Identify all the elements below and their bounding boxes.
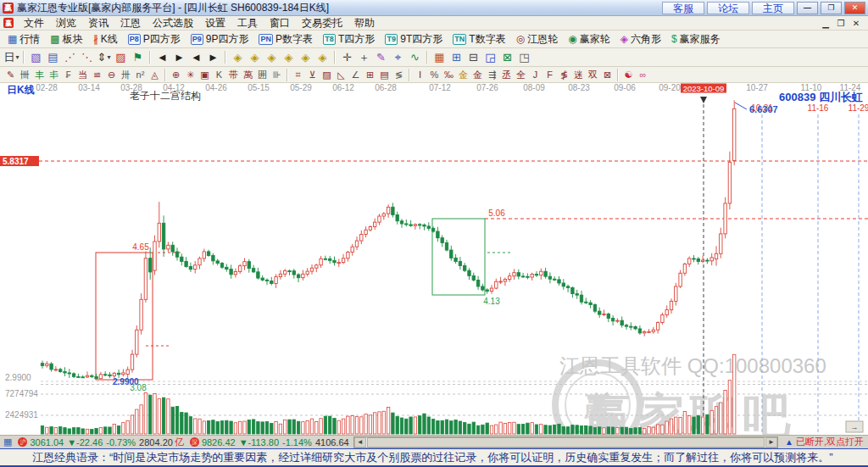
triangle-tool-icon[interactable]: ◬	[147, 68, 162, 81]
toolbar-button-行情[interactable]: ▦行情	[3, 31, 44, 47]
kline-style-icon[interactable]: ▨	[113, 50, 129, 65]
toolbar-button-9P四方形[interactable]: P99P四方形	[186, 31, 253, 47]
arrows-tool-icon[interactable]: ⇶	[485, 68, 499, 81]
pencil-tool-icon[interactable]: ✎	[3, 68, 18, 81]
gann-diamond-icon[interactable]: ◈	[264, 50, 280, 65]
kline-chart[interactable]: 赢江恩工具软件 QQ:100800360赢家聊吧02-2803-1403-280…	[0, 83, 868, 435]
angle-tool-icon[interactable]: ∠	[348, 68, 363, 81]
compare-tool-icon[interactable]: ≶	[392, 68, 406, 81]
menu-item-浏览[interactable]: 浏览	[50, 15, 82, 31]
parallel-tool-icon[interactable]: ≌	[90, 68, 104, 81]
keyboard-icon[interactable]: ▦	[3, 436, 12, 448]
menu-item-设置[interactable]: 设置	[199, 15, 231, 31]
bar-tool-icon[interactable]: Ⅰ	[413, 68, 427, 81]
gann-diamond-icon[interactable]: ◈	[281, 50, 297, 65]
quan-tool-icon[interactable]: 全	[514, 68, 528, 81]
not-greater-icon[interactable]: ≸	[557, 68, 571, 81]
gann-diamond-icon[interactable]: ◈	[298, 50, 314, 65]
next-bar-icon[interactable]: ►	[205, 50, 221, 65]
toolbar-button-T数字表[interactable]: TNT数字表	[448, 31, 509, 47]
print-icon[interactable]: ◳	[516, 50, 532, 65]
rows-tool-icon[interactable]: ▤	[377, 68, 392, 81]
scroll-left-button[interactable]: ◄	[354, 437, 366, 448]
enclosure-tool-icon[interactable]: 囲	[255, 68, 270, 81]
scale-dropdown[interactable]: ⇕▾	[96, 50, 112, 65]
box-tool-icon[interactable]: ▣	[198, 68, 212, 81]
permille-tool-icon[interactable]: ‰	[442, 68, 456, 81]
chart-area[interactable]: 赢江恩工具软件 QQ:100800360赢家聊吧02-2803-1403-280…	[0, 83, 868, 435]
toolbar-button-K线[interactable]: ∦K线	[89, 31, 122, 47]
gann-diamond-icon[interactable]: ◈	[230, 50, 246, 65]
toolbar-button-P数字表[interactable]: PNP数字表	[254, 31, 317, 47]
menu-item-交易委托[interactable]: 交易委托	[296, 15, 348, 31]
export-icon[interactable]: ⊠	[499, 50, 515, 65]
time-lines-icon[interactable]: 卅	[119, 68, 133, 81]
fib-fan-icon[interactable]: 丯	[47, 68, 61, 81]
menu-item-资讯[interactable]: 资讯	[82, 15, 114, 31]
band-tool-icon[interactable]: 带	[226, 68, 241, 81]
trend-up-icon[interactable]: ⋰	[62, 50, 78, 65]
link-homepage[interactable]: 主页	[752, 2, 794, 14]
hash-tool-icon[interactable]: ⌗	[291, 68, 305, 81]
circle-tool-icon[interactable]: ⊖	[104, 68, 119, 81]
infinity-icon[interactable]: ∞	[636, 68, 650, 81]
f-line-icon[interactable]: F	[542, 68, 557, 81]
menu-item-工具[interactable]: 工具	[231, 15, 264, 31]
crosshair-icon[interactable]: ✛	[339, 50, 355, 65]
j-line-icon[interactable]: J	[528, 68, 542, 81]
wan-tool-icon[interactable]: 萬	[241, 68, 255, 81]
gold-section-icon[interactable]: 金	[470, 68, 485, 81]
link-customer-service[interactable]: 客服	[662, 2, 704, 14]
star-tool-icon[interactable]: ✳	[183, 68, 198, 81]
calendar-icon[interactable]: ▦	[431, 50, 448, 65]
bars-tool-icon[interactable]: ⊪	[270, 68, 284, 81]
target-icon[interactable]: ⌖	[390, 50, 406, 65]
toolbar-button-T四方形[interactable]: T8T四方形	[319, 31, 379, 47]
toolbar-button-江恩轮[interactable]: ◎江恩轮	[512, 31, 562, 47]
notes-icon[interactable]: ⊟	[465, 50, 481, 65]
percent-tool-icon[interactable]: %	[427, 68, 442, 81]
toolbar-button-赢家服务[interactable]: $赢家服务	[667, 31, 725, 47]
last-page-icon[interactable]: ►	[171, 50, 187, 65]
menu-item-江恩[interactable]: 江恩	[114, 15, 147, 31]
save-icon[interactable]: ◲	[482, 50, 498, 65]
link-forum[interactable]: 论坛	[707, 2, 749, 14]
grid-tool-icon[interactable]: 卌	[18, 68, 32, 81]
k-mark-icon[interactable]: K	[212, 68, 226, 81]
draw-icon[interactable]: ✎	[373, 50, 389, 65]
mi-tool-icon[interactable]: 迷	[571, 68, 586, 81]
prev-bar-icon[interactable]: ◄	[188, 50, 204, 65]
connection-status[interactable]: ▲ 已断开,双点打开	[781, 436, 868, 448]
calculator-icon[interactable]: ⊞	[448, 50, 465, 65]
menu-item-文件[interactable]: 文件	[18, 15, 50, 31]
toolbar-button-六角形[interactable]: ◈六角形	[616, 31, 665, 47]
wave-icon[interactable]: ∿	[407, 50, 423, 65]
menu-item-公式选股[interactable]: 公式选股	[147, 15, 199, 31]
mdi-minimize-button[interactable]: ▁	[820, 19, 832, 28]
vee-tool-icon[interactable]: ⊻	[305, 68, 320, 81]
cheng-tool-icon[interactable]: 丞	[499, 68, 514, 81]
horizontal-scrollbar[interactable]: ◄ ►	[353, 436, 778, 448]
info-panel-icon[interactable]: ▤	[45, 50, 61, 65]
maximize-button[interactable]: ❐	[821, 2, 842, 14]
matrix-tool-icon[interactable]: ⊞	[363, 68, 377, 81]
double-tool-icon[interactable]: 双	[586, 68, 600, 81]
gann-box-icon[interactable]: 当	[75, 68, 90, 81]
toolbar-button-P四方形[interactable]: P8P四方形	[124, 31, 185, 47]
toolbar-button-9T四方形[interactable]: T99T四方形	[381, 31, 447, 47]
flag-icon[interactable]: ⚑	[130, 50, 146, 65]
toolbar-button-板块[interactable]: ▩板块	[46, 31, 86, 47]
theme-icon[interactable]: ▧	[28, 50, 44, 65]
trend-down-icon[interactable]: ⋱	[79, 50, 95, 65]
scroll-right-button[interactable]: ►	[765, 437, 777, 448]
gann-diamond-icon[interactable]: ◈	[314, 50, 331, 65]
gold-ratio-icon[interactable]: 金	[456, 68, 470, 81]
close-box-tool-icon[interactable]: ⊠	[600, 68, 615, 81]
yinyang-icon[interactable]: ☯	[621, 68, 636, 81]
first-page-icon[interactable]: ◄	[154, 50, 170, 65]
toolbar-button-赢家轮[interactable]: ◉赢家轮	[564, 31, 614, 47]
fib-levels-icon[interactable]: 丰	[32, 68, 47, 81]
shade-tool-icon[interactable]: ▨	[320, 68, 334, 81]
gann-diamond-icon[interactable]: ◈	[247, 50, 263, 65]
zoom-in-icon[interactable]: ＋	[356, 50, 372, 65]
